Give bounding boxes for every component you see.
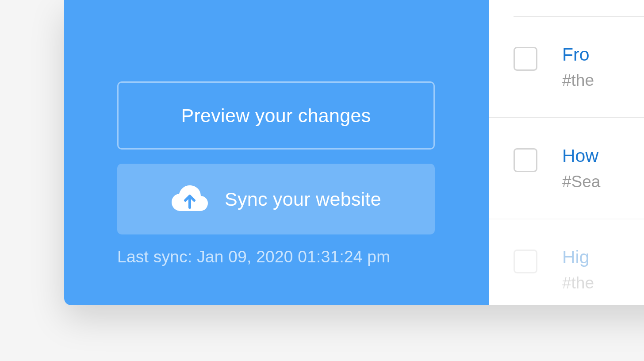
sync-button[interactable]: Sync your website — [117, 164, 435, 234]
cloud-upload-icon — [171, 184, 209, 215]
item-tag: #the — [562, 274, 594, 292]
checkbox[interactable] — [514, 250, 537, 273]
item-title[interactable]: How — [562, 146, 600, 166]
last-sync-text: Last sync: Jan 09, 2020 01:31:24 pm — [117, 248, 436, 266]
item-content: How #Sea — [562, 146, 600, 191]
preview-button[interactable]: Preview your changes — [117, 81, 435, 150]
item-content: Fro #the — [562, 44, 594, 90]
list-item: Fro #the — [489, 17, 644, 117]
list-item: How #Sea — [489, 117, 644, 219]
list-panel: Fro #the How #Sea Hig #the — [489, 0, 644, 305]
app-container: Preview your changes Sync your website L… — [64, 0, 644, 305]
sync-panel: Preview your changes Sync your website L… — [64, 0, 489, 305]
item-title[interactable]: Hig — [562, 247, 594, 268]
checkbox[interactable] — [514, 47, 537, 71]
list-item: Hig #the — [489, 219, 644, 305]
list-item — [489, 0, 644, 16]
item-tag: #Sea — [562, 173, 600, 191]
item-title[interactable]: Fro — [562, 44, 594, 65]
item-tag: #the — [562, 71, 594, 90]
preview-button-label: Preview your changes — [181, 105, 371, 127]
checkbox[interactable] — [514, 148, 537, 172]
item-content: Hig #the — [562, 247, 594, 292]
sync-button-label: Sync your website — [225, 188, 381, 210]
